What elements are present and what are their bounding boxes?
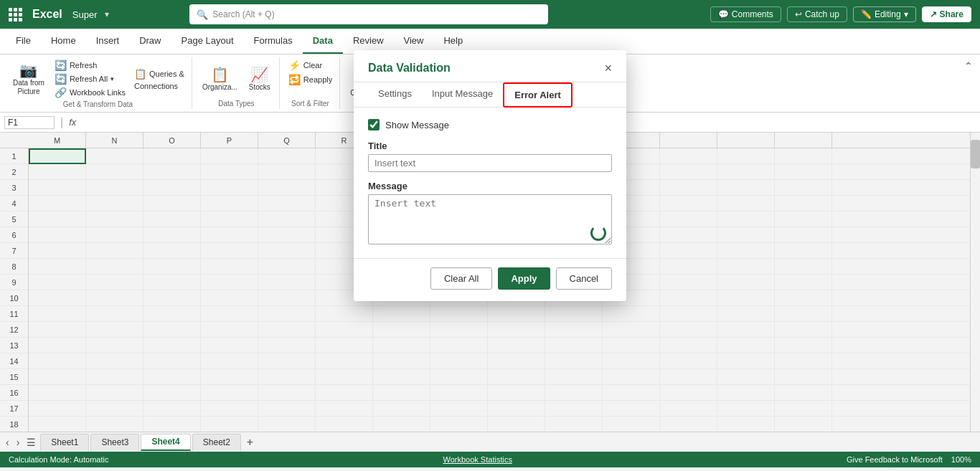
message-textarea[interactable] [368, 194, 612, 244]
dialog-tab-error-alert[interactable]: Error Alert [503, 82, 573, 108]
cancel-button[interactable]: Cancel [556, 267, 612, 290]
dialog-header: Data Validation × [354, 50, 626, 82]
dialog-tab-settings[interactable]: Settings [368, 82, 422, 107]
clear-all-button[interactable]: Clear All [430, 267, 492, 290]
message-field-wrap [368, 194, 612, 247]
dialog-body: Show Message Title Message [354, 108, 626, 258]
show-message-row: Show Message [368, 119, 612, 130]
dialog-footer: Clear All Apply Cancel [354, 258, 626, 301]
message-field-label: Message [368, 181, 612, 191]
loading-spinner [590, 225, 606, 241]
dialog-tab-input-message[interactable]: Input Message [422, 82, 503, 107]
show-message-checkbox[interactable] [368, 119, 380, 130]
data-validation-dialog: Data Validation × Settings Input Message… [354, 50, 626, 301]
modal-overlay: Data Validation × Settings Input Message… [0, 0, 980, 471]
dialog-title: Data Validation [368, 62, 451, 75]
show-message-label: Show Message [385, 120, 449, 130]
dialog-tabs: Settings Input Message Error Alert [354, 82, 626, 108]
title-text-input[interactable] [368, 154, 612, 172]
title-field-label: Title [368, 141, 612, 151]
apply-button[interactable]: Apply [498, 267, 550, 290]
dialog-close-button[interactable]: × [604, 62, 612, 75]
